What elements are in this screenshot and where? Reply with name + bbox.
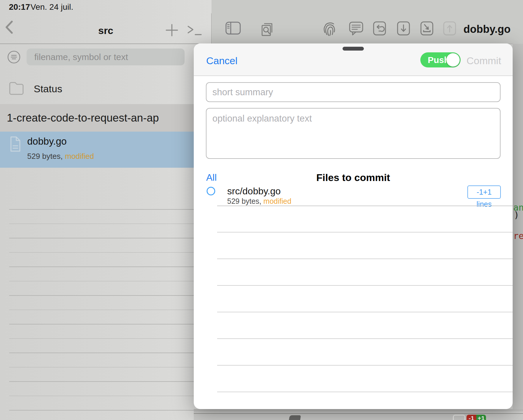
toggle-knob (446, 53, 460, 67)
cancel-button[interactable]: Cancel (206, 55, 238, 67)
lines-added-badge[interactable]: +1 (476, 415, 486, 420)
files-to-commit-title: Files to commit (194, 172, 513, 183)
file-size: 529 bytes, (27, 152, 63, 161)
comment-bubble-icon (349, 21, 364, 36)
file-select-radio[interactable] (206, 186, 216, 196)
code-editor-peek: an ) re (513, 44, 523, 411)
bottom-bar-divider (194, 413, 523, 414)
status-bar-time: 20:17 (9, 2, 30, 12)
filter-icon (7, 50, 21, 64)
plus-icon (166, 24, 178, 36)
status-bar-date: Ven. 24 juil. (30, 2, 73, 12)
editor-file-title: dobby.go (464, 23, 511, 35)
commit-file-path[interactable]: src/dobby.go (227, 186, 281, 197)
push-toggle[interactable]: Push (420, 52, 461, 67)
undo-icon (373, 21, 386, 35)
status-row-label: Status (34, 83, 62, 95)
code-fragment: re (513, 231, 523, 241)
filter-button[interactable] (7, 50, 21, 64)
terminal-prompt-icon (187, 25, 203, 36)
terminal-button[interactable] (187, 25, 203, 36)
commit-file-status: modified (263, 197, 291, 205)
search-input[interactable]: filename, symbol or text (27, 49, 185, 65)
keyboard-accessory-icon (289, 415, 301, 420)
fingerprint-icon (323, 21, 338, 37)
folder-icon (9, 80, 24, 95)
lines-removed-badge[interactable]: -1 (466, 415, 476, 420)
undo-button[interactable] (373, 21, 386, 35)
file-status: modified (65, 152, 94, 161)
empty-row-separators (9, 195, 194, 420)
branch-section-header[interactable]: 1-create-code-to-request-an-ap (0, 104, 212, 132)
panel-title: src (0, 25, 212, 36)
commit-file-size: 529 bytes, (227, 197, 261, 205)
sheet-empty-row-separators (217, 206, 513, 393)
push-button-toolbar[interactable] (443, 21, 456, 35)
sidebar-item-status[interactable] (0, 75, 212, 99)
auth-button[interactable] (323, 21, 338, 37)
diff-lines-badge[interactable]: -1+1 lines (467, 185, 501, 199)
commit-description-input[interactable] (206, 108, 501, 159)
find-in-files-button[interactable] (259, 21, 275, 37)
comments-button[interactable] (349, 21, 364, 36)
move-down-button[interactable] (397, 21, 410, 35)
document-search-icon (259, 21, 275, 37)
document-icon (9, 136, 22, 152)
sidebar-toggle-button[interactable] (225, 21, 241, 35)
file-row-meta: 529 bytes, modified (27, 152, 94, 161)
sidebar-panel-icon (225, 21, 241, 35)
app-screen: 20:17 Ven. 24 juil. src filename, symbol… (0, 0, 523, 420)
add-file-button[interactable] (166, 24, 178, 36)
arrow-down-square-icon (397, 21, 410, 35)
download-tray-icon (420, 21, 433, 35)
pull-button[interactable] (420, 21, 433, 35)
commit-file-meta: 529 bytes, modified (227, 197, 291, 206)
sheet-grab-handle[interactable] (343, 47, 364, 51)
diff-window-icon[interactable] (453, 415, 465, 420)
file-row-title: dobby.go (27, 136, 67, 147)
editor-toolbar (212, 0, 523, 44)
code-fragment: ) (514, 210, 519, 220)
commit-summary-input[interactable] (206, 82, 501, 102)
commit-button[interactable]: Commit (466, 55, 501, 67)
arrow-up-square-icon (443, 21, 456, 35)
